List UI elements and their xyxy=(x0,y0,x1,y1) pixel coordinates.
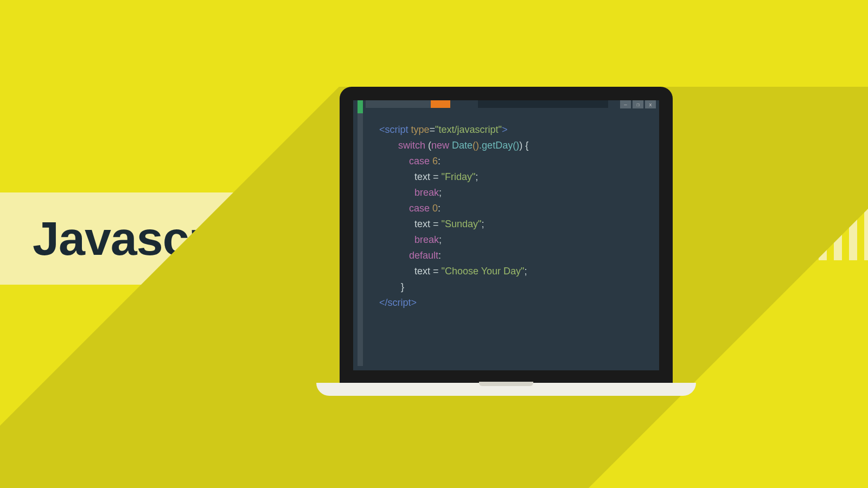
code-token: ; xyxy=(475,171,478,182)
code-token: </ xyxy=(379,297,388,308)
code-token: ; xyxy=(439,234,442,245)
code-token: = xyxy=(433,219,442,229)
laptop-notch xyxy=(479,382,533,386)
editor-address-bar xyxy=(478,100,608,108)
code-token: break xyxy=(414,234,439,245)
code-token: "Sunday" xyxy=(442,219,482,229)
code-indent xyxy=(379,266,414,277)
code-token: 0 xyxy=(430,203,438,214)
code-indent xyxy=(379,171,414,182)
code-token: "Friday" xyxy=(442,171,476,182)
editor-tab-active xyxy=(431,100,450,108)
maximize-button[interactable]: ❐ xyxy=(633,100,643,108)
close-button[interactable]: x xyxy=(645,100,656,108)
laptop-illustration: — ❐ x <script type="text/javascript"> sw… xyxy=(316,87,696,396)
code-token: text xyxy=(414,266,433,277)
code-token: case xyxy=(409,203,430,214)
code-token: = xyxy=(430,124,436,135)
code-token: < xyxy=(379,124,385,135)
code-token: new xyxy=(431,140,449,151)
code-token: () xyxy=(473,140,479,151)
code-indent xyxy=(379,156,409,166)
code-indent xyxy=(379,234,414,245)
code-token: = xyxy=(433,171,442,182)
code-token: "text/javascript" xyxy=(435,124,502,135)
code-token: : xyxy=(438,250,441,261)
code-token: : xyxy=(438,203,441,214)
code-content: <script type="text/javascript"> switch (… xyxy=(379,122,648,311)
code-token: text xyxy=(414,219,433,229)
editor-gutter xyxy=(358,113,363,366)
laptop-screen-frame: — ❐ x <script type="text/javascript"> sw… xyxy=(340,87,673,384)
code-indent xyxy=(379,219,414,229)
code-token: ; xyxy=(524,266,527,277)
code-indent xyxy=(379,203,409,214)
code-indent xyxy=(379,187,414,198)
code-token: script xyxy=(388,297,411,308)
code-editor-screen: — ❐ x <script type="text/javascript"> sw… xyxy=(353,100,659,370)
code-token: "Choose Your Day" xyxy=(442,266,525,277)
code-token: script xyxy=(385,124,409,135)
code-token: .getDay() xyxy=(479,140,519,151)
code-token: { xyxy=(522,140,528,151)
code-token: switch xyxy=(398,140,425,151)
code-token: > xyxy=(502,124,508,135)
code-indent xyxy=(379,281,401,292)
code-token: ; xyxy=(439,187,442,198)
window-controls: — ❐ x xyxy=(620,100,656,108)
code-token: > xyxy=(411,297,417,308)
code-token: : xyxy=(438,156,441,166)
code-token: default xyxy=(409,250,438,261)
code-token: Date xyxy=(449,140,473,151)
code-indent xyxy=(379,250,409,261)
code-token: 6 xyxy=(430,156,438,166)
minimize-button[interactable]: — xyxy=(620,100,631,108)
code-token: type xyxy=(409,124,430,135)
code-token: = xyxy=(433,266,442,277)
code-token: } xyxy=(401,281,404,292)
code-token: case xyxy=(409,156,430,166)
code-token: break xyxy=(414,187,439,198)
code-token: text xyxy=(414,171,433,182)
editor-tab-bar xyxy=(366,100,431,108)
code-indent xyxy=(379,140,398,151)
code-token: ; xyxy=(481,219,484,229)
